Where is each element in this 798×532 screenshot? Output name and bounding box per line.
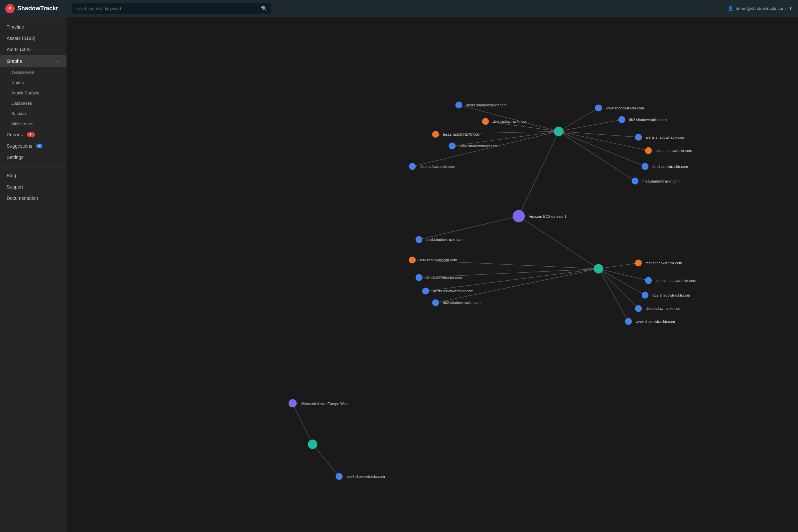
- graphs-menu-icon[interactable]: ···: [54, 58, 60, 64]
- sidebar-item-alerts[interactable]: Alerts (456): [0, 44, 66, 55]
- svg-line-2: [419, 216, 519, 240]
- svg-point-70: [635, 305, 642, 312]
- svg-text:alerts.shadowtracktr.com: alerts.shadowtracktr.com: [433, 289, 474, 293]
- search-icon[interactable]: 🔍: [261, 5, 268, 12]
- header: S ShadowTrackr 🔍 👤 demo@shadowtrackr.com…: [0, 0, 798, 17]
- svg-line-24: [312, 444, 339, 476]
- svg-line-3: [459, 105, 558, 131]
- sidebar-item-attack-surface[interactable]: Attack Surface: [0, 88, 66, 98]
- svg-text:db.shadowtracktr.com: db.shadowtracktr.com: [493, 119, 528, 124]
- svg-point-48: [645, 147, 652, 154]
- svg-point-56: [409, 257, 416, 263]
- svg-text:alerts.shadowtrackr.com: alerts.shadowtrackr.com: [646, 135, 685, 139]
- sidebar-item-blog[interactable]: Blog: [0, 170, 66, 181]
- sidebar-item-assets[interactable]: Assets (5193): [0, 33, 66, 44]
- svg-text:mail.shadowtrackr.com: mail.shadowtrackr.com: [642, 179, 680, 183]
- logo-area: S ShadowTrackr: [5, 4, 65, 13]
- svg-point-68: [642, 292, 648, 299]
- user-area[interactable]: 👤 demo@shadowtrackr.com ▼: [728, 6, 793, 11]
- main-layout: Timeline Assets (5193) Alerts (456) Grap…: [0, 17, 798, 532]
- sidebar-item-databases[interactable]: Databases: [0, 98, 66, 108]
- timeline-label: Timeline: [7, 24, 24, 30]
- sidebar-item-settings[interactable]: Settings: [0, 152, 66, 163]
- svg-text:test.shadowtracktr.com: test.shadowtracktr.com: [443, 132, 480, 136]
- canvas-area[interactable]: Amazon EC2 us-east-1Microsoft Azure Euro…: [66, 17, 798, 532]
- svg-point-40: [409, 163, 416, 170]
- svg-point-58: [416, 274, 422, 281]
- graph-svg: Amazon EC2 us-east-1Microsoft Azure Euro…: [66, 17, 798, 532]
- logo-icon: S: [5, 4, 15, 13]
- svg-line-20: [598, 269, 645, 295]
- svg-text:db2.shadowtracktr.com: db2.shadowtracktr.com: [443, 301, 480, 305]
- sidebar-item-timeline[interactable]: Timeline: [0, 21, 66, 33]
- sidebar-divider: [0, 166, 66, 167]
- svg-line-22: [598, 269, 628, 321]
- svg-point-64: [635, 260, 642, 266]
- svg-point-34: [482, 118, 489, 125]
- sidebar-item-reports[interactable]: Reports 41: [0, 129, 66, 140]
- svg-line-21: [598, 269, 639, 308]
- svg-text:test.shadowtracktr.com: test.shadowtracktr.com: [420, 258, 457, 262]
- svg-point-52: [632, 178, 639, 185]
- search-bar[interactable]: 🔍: [72, 3, 271, 14]
- sidebar-item-suggestions[interactable]: Suggestions 1: [0, 140, 66, 152]
- svg-text:db2.shadowtracktr.com: db2.shadowtracktr.com: [652, 293, 690, 297]
- search-input[interactable]: [75, 6, 261, 11]
- sidebar-item-backup[interactable]: Backup: [0, 108, 66, 119]
- sidebar-item-support[interactable]: Support: [0, 181, 66, 192]
- svg-text:alerts.shadowtracktr.com: alerts.shadowtracktr.com: [656, 279, 696, 283]
- svg-point-42: [595, 105, 602, 111]
- svg-point-46: [635, 134, 642, 141]
- svg-point-25: [513, 210, 525, 222]
- svg-line-17: [436, 269, 598, 303]
- alerts-label: Alerts (456): [7, 47, 31, 52]
- svg-text:mail.shadowtrackr.com: mail.shadowtrackr.com: [426, 238, 463, 241]
- svg-point-27: [289, 399, 297, 407]
- sidebar-item-documentation[interactable]: Documentation: [0, 192, 66, 204]
- sidebar-item-nodes[interactable]: Nodes: [0, 77, 66, 88]
- svg-text:db2.shadowtracktr.com: db2.shadowtracktr.com: [629, 118, 667, 122]
- svg-line-9: [558, 120, 622, 131]
- reports-badge: 41: [27, 132, 35, 137]
- graph-canvas: Amazon EC2 us-east-1Microsoft Azure Euro…: [66, 17, 798, 532]
- svg-point-30: [594, 264, 603, 273]
- svg-point-38: [449, 142, 456, 149]
- svg-text:db.shadowtracktr.com: db.shadowtracktr.com: [652, 165, 688, 169]
- svg-point-32: [456, 102, 462, 108]
- svg-text:www.shadowtrackr.com: www.shadowtrackr.com: [606, 106, 644, 110]
- svg-point-50: [642, 163, 648, 170]
- svg-text:test.shadowtrackr.com: test.shadowtrackr.com: [656, 149, 692, 153]
- svg-line-0: [519, 131, 558, 216]
- svg-text:alerts.shadowtracktr.com: alerts.shadowtracktr.com: [466, 103, 507, 107]
- svg-point-72: [625, 318, 632, 325]
- svg-line-23: [292, 403, 312, 444]
- svg-point-54: [416, 236, 422, 243]
- sidebar: Timeline Assets (5193) Alerts (456) Grap…: [0, 17, 66, 532]
- svg-line-18: [598, 263, 639, 269]
- assets-label: Assets (5193): [7, 36, 35, 41]
- suggestions-badge: 1: [36, 144, 42, 148]
- svg-point-62: [432, 299, 439, 306]
- svg-point-74: [336, 473, 342, 480]
- user-email: demo@shadowtrackr.com: [736, 6, 786, 11]
- svg-text:www.shadowtrackr.com: www.shadowtrackr.com: [459, 144, 498, 148]
- svg-line-19: [598, 269, 648, 280]
- user-icon: 👤: [728, 6, 733, 11]
- svg-point-36: [432, 131, 439, 138]
- sidebar-item-mailservers[interactable]: Mailservers: [0, 119, 66, 129]
- svg-text:db.shadowtracktr.com: db.shadowtracktr.com: [420, 165, 455, 169]
- sidebar-item-webservers[interactable]: Webservers: [0, 67, 66, 77]
- svg-line-1: [519, 216, 598, 269]
- dropdown-icon[interactable]: ▼: [788, 6, 793, 11]
- svg-text:Microsoft Azure Europe West: Microsoft Azure Europe West: [301, 402, 348, 406]
- svg-point-60: [422, 288, 429, 294]
- svg-text:db.shadowtracktr.com: db.shadowtracktr.com: [426, 276, 462, 280]
- svg-point-31: [308, 440, 317, 449]
- svg-point-29: [554, 127, 563, 136]
- svg-line-13: [558, 131, 635, 181]
- svg-text:db.shadowtracktr.com: db.shadowtracktr.com: [646, 307, 681, 310]
- svg-line-11: [558, 131, 648, 151]
- graphs-label: Graphs: [7, 58, 22, 64]
- sidebar-graphs-section[interactable]: Graphs ···: [0, 55, 66, 67]
- svg-line-16: [425, 269, 598, 291]
